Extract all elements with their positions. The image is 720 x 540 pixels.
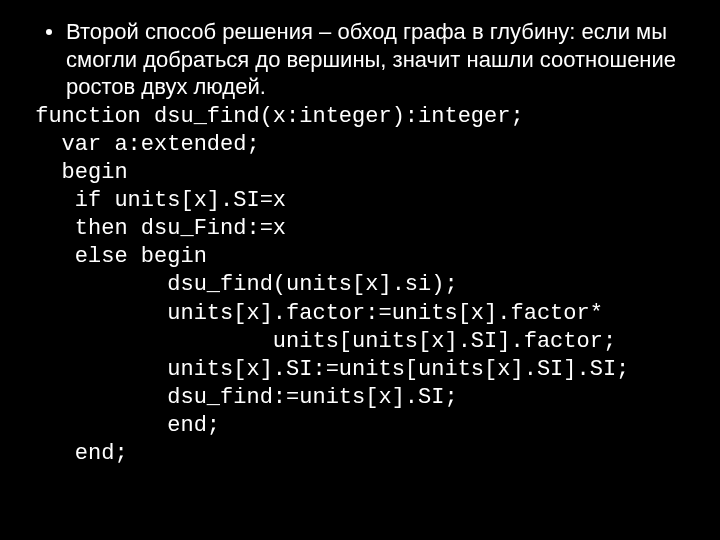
code-line: var a:extended;: [22, 132, 260, 157]
code-line: if units[x].SI=x: [22, 188, 286, 213]
bullet-icon: [46, 29, 52, 35]
code-line: units[x].factor:=units[x].factor*: [22, 301, 603, 326]
code-line: else begin: [22, 244, 207, 269]
code-line: end;: [22, 413, 220, 438]
code-line: function dsu_find(x:integer):integer;: [22, 104, 524, 129]
code-block: function dsu_find(x:integer):integer; va…: [22, 103, 692, 469]
code-line: dsu_find(units[x].si);: [22, 272, 458, 297]
bullet-item: Второй способ решения – обход графа в гл…: [46, 18, 692, 101]
code-line: begin: [22, 160, 128, 185]
code-line: units[units[x].SI].factor;: [22, 329, 616, 354]
code-line: end;: [22, 441, 128, 466]
slide: Второй способ решения – обход графа в гл…: [0, 0, 720, 540]
code-line: units[x].SI:=units[units[x].SI].SI;: [22, 357, 629, 382]
bullet-text: Второй способ решения – обход графа в гл…: [66, 18, 692, 101]
code-line: dsu_find:=units[x].SI;: [22, 385, 458, 410]
code-line: then dsu_Find:=x: [22, 216, 286, 241]
